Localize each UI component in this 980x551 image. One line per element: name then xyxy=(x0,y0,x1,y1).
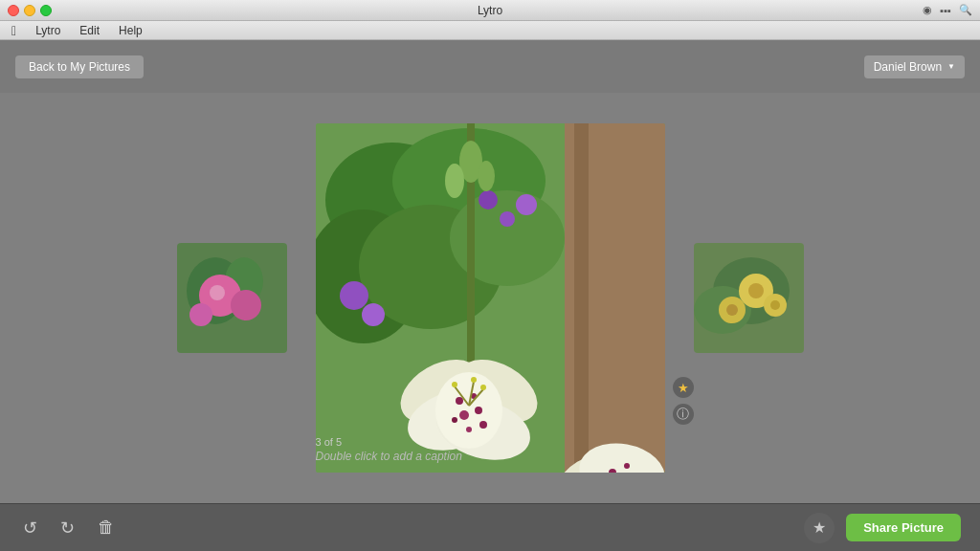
svg-point-48 xyxy=(624,463,630,469)
toolbar-star-icon: ★ xyxy=(813,518,826,537)
app-area: Back to My Pictures Daniel Brown ▼ xyxy=(0,40,980,551)
image-counter: 3 of 5 xyxy=(316,436,665,448)
main-image-wrapper: ★ ⓘ 3 of 5 Double click to add a caption xyxy=(316,123,665,473)
svg-point-43 xyxy=(445,164,464,198)
info-icon-button[interactable]: ⓘ xyxy=(673,404,694,425)
right-thumbnail[interactable] xyxy=(694,243,804,353)
svg-point-41 xyxy=(480,385,486,390)
svg-point-40 xyxy=(471,377,477,383)
svg-point-18 xyxy=(479,190,498,209)
svg-rect-10 xyxy=(574,123,589,473)
user-name: Daniel Brown xyxy=(874,60,942,74)
close-button[interactable] xyxy=(8,5,19,16)
toolbar-left: ↺ ↻ 🗑 xyxy=(19,514,119,542)
caption-area: 3 of 5 Double click to add a caption xyxy=(316,436,665,463)
top-bar: Back to My Pictures Daniel Brown ▼ xyxy=(0,40,980,93)
share-button[interactable]: Share Picture xyxy=(846,514,961,541)
rotate-left-icon: ↺ xyxy=(23,518,37,538)
menu-bar:  Lytro Edit Help xyxy=(0,21,980,40)
svg-point-19 xyxy=(500,211,515,227)
rotate-right-button[interactable]: ↻ xyxy=(56,514,78,542)
toolbar-right: ★ Share Picture xyxy=(804,513,961,543)
svg-point-39 xyxy=(452,382,457,387)
info-icon: ⓘ xyxy=(677,406,689,423)
main-image[interactable] xyxy=(316,123,665,473)
title-bar: Lytro ◉ ▪▪▪ 🔍 xyxy=(0,0,980,21)
volume-icon: ▪▪▪ xyxy=(940,5,951,16)
svg-point-20 xyxy=(516,194,537,215)
menu-help[interactable]: Help xyxy=(115,24,146,37)
content-area: ★ ⓘ 3 of 5 Double click to add a caption xyxy=(0,93,980,503)
svg-point-17 xyxy=(362,303,385,326)
left-thumbnail[interactable] xyxy=(177,243,287,353)
favorite-icon-button[interactable]: ★ xyxy=(673,377,694,398)
svg-point-16 xyxy=(340,281,368,310)
svg-point-33 xyxy=(452,417,457,423)
caption-placeholder[interactable]: Double click to add a caption xyxy=(316,450,665,463)
star-icon: ★ xyxy=(678,381,689,395)
menu-lytro[interactable]: Lytro xyxy=(32,24,64,37)
rotate-right-icon: ↻ xyxy=(60,518,75,538)
traffic-lights xyxy=(8,5,52,16)
svg-point-35 xyxy=(466,427,472,432)
user-dropdown[interactable]: Daniel Brown ▼ xyxy=(864,55,965,78)
image-icons: ★ ⓘ xyxy=(673,377,694,425)
toolbar-favorite-button[interactable]: ★ xyxy=(804,513,835,543)
trash-icon: 🗑 xyxy=(98,518,115,537)
svg-rect-7 xyxy=(177,243,287,353)
svg-point-44 xyxy=(478,161,495,191)
title-bar-controls: ◉ ▪▪▪ 🔍 xyxy=(923,4,972,16)
apple-menu[interactable]:  xyxy=(8,23,20,38)
dropdown-arrow-icon: ▼ xyxy=(947,62,955,71)
back-button[interactable]: Back to My Pictures xyxy=(15,55,144,78)
svg-point-32 xyxy=(475,407,482,414)
search-icon[interactable]: 🔍 xyxy=(959,4,972,16)
svg-point-29 xyxy=(456,397,463,405)
svg-rect-58 xyxy=(694,243,804,353)
rotate-left-button[interactable]: ↺ xyxy=(19,514,41,542)
svg-point-31 xyxy=(459,410,469,420)
menu-edit[interactable]: Edit xyxy=(76,24,103,37)
window-title: Lytro xyxy=(478,4,502,17)
maximize-button[interactable] xyxy=(40,5,52,16)
bottom-toolbar: ↺ ↻ 🗑 ★ Share Picture xyxy=(0,503,980,551)
wifi-icon: ◉ xyxy=(923,4,932,16)
svg-point-34 xyxy=(479,421,487,429)
delete-button[interactable]: 🗑 xyxy=(94,514,119,541)
minimize-button[interactable] xyxy=(24,5,35,16)
